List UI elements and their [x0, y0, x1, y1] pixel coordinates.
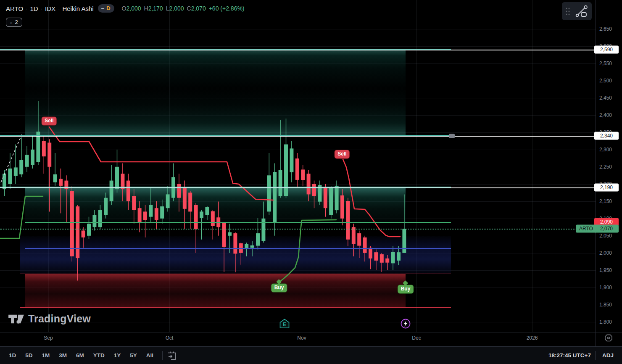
- adjust-data-toggle[interactable]: ADJ: [600, 351, 616, 360]
- zone1-bottom-border[interactable]: [0, 135, 451, 136]
- time-tick-label[interactable]: Oct: [166, 335, 174, 341]
- price-tick-label: 2,000: [599, 250, 612, 256]
- axis-corner: [596, 332, 622, 346]
- red-zone-top[interactable]: [20, 274, 451, 274]
- price-tick-label: 2,550: [599, 61, 612, 66]
- low-value: 2,000: [169, 5, 184, 12]
- watermark-text: TradingView: [28, 313, 91, 325]
- high-value: 2,170: [148, 5, 163, 12]
- candle-body: [87, 224, 91, 236]
- chart-type-label[interactable]: Heikin Ashi: [62, 5, 93, 12]
- price-axis-badge: 2,590: [594, 46, 619, 54]
- candle-body: [256, 233, 260, 246]
- candle-body: [160, 206, 164, 219]
- candle-body: [385, 258, 389, 263]
- range-button-5d[interactable]: 5D: [21, 351, 37, 360]
- close-value: 2,070: [191, 5, 206, 12]
- time-tick-label[interactable]: Nov: [297, 335, 306, 341]
- candle-body: [391, 252, 395, 263]
- candle-body: [397, 252, 401, 261]
- buy-label: Buy: [271, 284, 287, 292]
- price-tick-label: 2,500: [599, 78, 612, 84]
- buy-trail-1: [0, 196, 43, 238]
- price-tick-label: 1,900: [599, 285, 612, 290]
- range-button-ytd[interactable]: YTD: [89, 351, 109, 360]
- candle-body: [177, 184, 181, 198]
- candle-body: [92, 215, 96, 227]
- candle-body: [132, 196, 136, 210]
- level-2190[interactable]: [0, 187, 596, 188]
- chart-plot-area[interactable]: SellSellBuyBuy E TradingView: [0, 0, 596, 332]
- candle-body: [155, 208, 158, 220]
- price-axis[interactable]: 2,6502,6002,5502,5002,4502,4002,3502,300…: [596, 0, 622, 332]
- candle-body: [138, 208, 142, 222]
- price-axis-badge: 2,070: [594, 225, 619, 233]
- candle-body: [200, 211, 203, 218]
- price-tick-label: 2,250: [599, 164, 612, 170]
- go-to-date-icon[interactable]: [167, 351, 177, 360]
- candle-body: [267, 175, 271, 211]
- flash-event-icon[interactable]: [400, 318, 411, 330]
- time-tick-label[interactable]: Sep: [44, 335, 53, 341]
- candle-body: [104, 198, 108, 215]
- ohlc-readout: O2,000 H2,170 L2,000 C2,070 +60 (+2.86%): [122, 5, 245, 12]
- range-button-1y[interactable]: 1Y: [110, 351, 125, 360]
- symbol-price-tag: ARTO: [576, 225, 596, 233]
- price-tick-label: 2,050: [599, 233, 612, 239]
- sell-label: Sell: [42, 117, 56, 125]
- range-button-1m[interactable]: 1M: [38, 351, 54, 360]
- tradingview-watermark[interactable]: TradingView: [8, 313, 91, 325]
- candle-body: [25, 155, 29, 167]
- trendline-tool-icon[interactable]: [574, 5, 588, 18]
- tradingview-logo-icon: [8, 314, 24, 324]
- level-2090[interactable]: [25, 222, 451, 223]
- indicators-collapse-chip[interactable]: ⌄ 2: [6, 18, 22, 27]
- candle-body: [301, 169, 305, 180]
- candle-body: [166, 194, 170, 208]
- candle-body: [250, 245, 254, 248]
- candle-body: [363, 237, 367, 253]
- candle-body: [357, 233, 361, 246]
- exchange-label[interactable]: IDX: [45, 5, 55, 12]
- candle-body: [369, 248, 372, 258]
- candle-body: [149, 205, 153, 217]
- candle-body: [295, 158, 299, 180]
- range-button-5y[interactable]: 5Y: [126, 351, 141, 360]
- candle-body: [143, 211, 147, 220]
- price-axis-badge: 2,190: [594, 184, 619, 192]
- price-axis-badge: 2,340: [594, 132, 619, 140]
- candle-body: [110, 181, 113, 201]
- interval-label[interactable]: 1D: [30, 5, 38, 12]
- candle-body: [59, 179, 63, 186]
- candle-body: [228, 232, 232, 236]
- candle-body: [8, 169, 12, 184]
- candle-body: [47, 142, 51, 166]
- candle-body: [194, 205, 198, 229]
- price-tick-label: 2,650: [599, 26, 612, 32]
- level-2590[interactable]: [0, 50, 596, 50]
- candle-body: [284, 145, 288, 196]
- drag-dots-icon[interactable]: [565, 7, 570, 16]
- range-button-6m[interactable]: 6M: [72, 351, 88, 360]
- red-zone-bottom[interactable]: [20, 307, 451, 308]
- zone1-top-border[interactable]: [0, 49, 451, 50]
- blue-zone-mid[interactable]: [25, 248, 451, 249]
- zone2-top-border[interactable]: [0, 187, 451, 187]
- earnings-icon[interactable]: E: [279, 318, 290, 330]
- range-button-3m[interactable]: 3M: [55, 351, 71, 360]
- range-button-1d[interactable]: 1D: [5, 351, 20, 360]
- time-tick-label[interactable]: Dec: [412, 335, 421, 341]
- candle-body: [324, 188, 327, 208]
- price-tick-label: 2,300: [599, 147, 612, 153]
- session-clock[interactable]: 18:27:45 UTC+7: [548, 352, 591, 359]
- current-price-line[interactable]: [0, 229, 596, 229]
- symbol-name[interactable]: ARTO: [6, 5, 23, 12]
- time-axis[interactable]: SepOctNovDec2026: [0, 332, 596, 346]
- tradingview-chart-window: SellSellBuyBuy E TradingView: [0, 0, 622, 364]
- range-button-all[interactable]: All: [142, 351, 158, 360]
- time-tick-label[interactable]: 2026: [527, 335, 538, 341]
- candle-body: [380, 254, 384, 263]
- candle-body: [312, 184, 316, 196]
- timeframe-pill[interactable]: − D: [98, 4, 114, 13]
- line-drag-handle[interactable]: [449, 134, 455, 138]
